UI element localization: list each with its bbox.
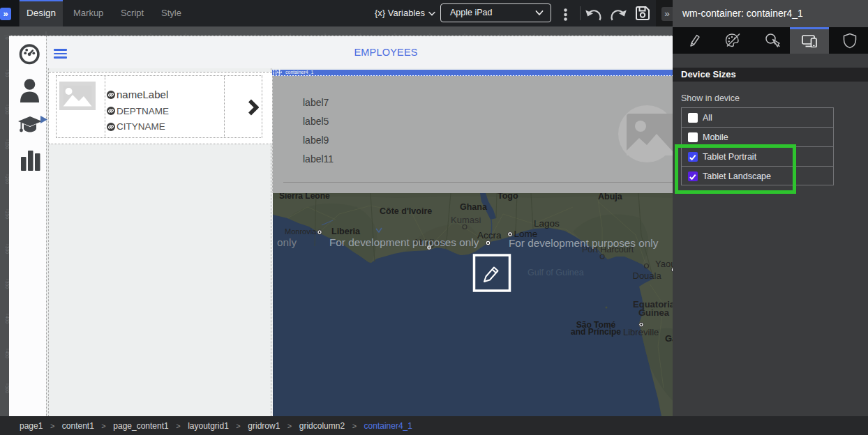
- svg-text:Douala: Douala: [633, 270, 662, 281]
- svg-text:Togo: Togo: [497, 193, 518, 201]
- svg-text:Yaou: Yaou: [655, 259, 674, 269]
- svg-text:Liberia: Liberia: [331, 227, 361, 236]
- svg-text:Accra: Accra: [477, 230, 502, 241]
- svg-text:only: only: [277, 236, 297, 248]
- svg-text:Lagos: Lagos: [534, 218, 560, 229]
- svg-text:For development purposes only: For development purposes only: [509, 237, 659, 249]
- svg-text:Ghana: Ghana: [460, 202, 488, 212]
- svg-text:Abuja: Abuja: [598, 193, 623, 201]
- svg-text:Guinea: Guinea: [638, 307, 670, 318]
- svg-text:Gulf of Guinea: Gulf of Guinea: [527, 268, 584, 277]
- svg-text:Kumasi: Kumasi: [451, 215, 481, 225]
- svg-text:and Príncipe: and Príncipe: [571, 327, 621, 337]
- svg-text:Côte d'Ivoire: Côte d'Ivoire: [380, 206, 432, 216]
- svg-text:Sierra Leone: Sierra Leone: [279, 193, 330, 201]
- svg-text:Monrovia: Monrovia: [285, 227, 317, 236]
- svg-text:For development purposes only: For development purposes only: [329, 236, 479, 248]
- svg-text:Libreville: Libreville: [623, 327, 659, 337]
